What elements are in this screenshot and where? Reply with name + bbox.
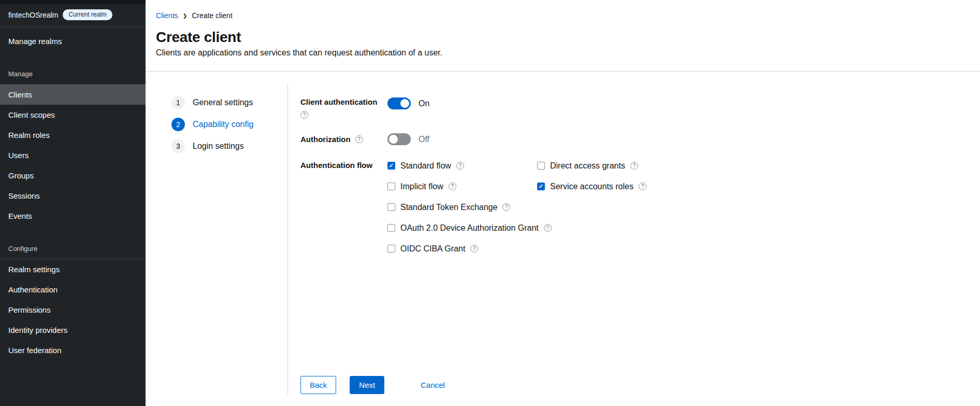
oidc-ciba-grant-checkbox[interactable] xyxy=(387,245,395,253)
authorization-label: Authorization xyxy=(300,135,351,144)
client-authentication-state: On xyxy=(419,99,429,108)
checkbox-row-oidc-ciba-grant: OIDC CIBA Grant ? xyxy=(387,243,552,255)
checkbox-row-standard-flow: ✓ Standard flow ? xyxy=(387,160,552,172)
direct-access-grants-checkbox[interactable] xyxy=(537,162,545,170)
sidebar-item-manage-realms[interactable]: Manage realms xyxy=(0,31,146,51)
client-authentication-label: Client authentication xyxy=(300,97,377,106)
wizard-nav: 1 General settings 2 Capability config 3… xyxy=(171,96,253,161)
sidebar-item-realm-settings[interactable]: Realm settings xyxy=(0,259,146,279)
checkbox-row-direct-access-grants: Direct access grants ? xyxy=(537,160,646,172)
help-icon[interactable]: ? xyxy=(300,111,308,119)
section-title-configure: Configure xyxy=(0,245,146,253)
standard-token-exchange-checkbox[interactable] xyxy=(387,203,395,211)
help-icon[interactable]: ? xyxy=(502,203,510,211)
step-number-badge: 2 xyxy=(171,118,185,131)
help-icon[interactable]: ? xyxy=(639,183,646,190)
breadcrumb-current: Create client xyxy=(192,11,233,20)
page-title: Create client xyxy=(156,29,241,46)
authorization-label-row: Authorization ? xyxy=(300,135,363,144)
sidebar-item-identity-providers[interactable]: Identity providers xyxy=(0,320,146,340)
sidebar-item-groups[interactable]: Groups xyxy=(0,165,146,186)
sidebar-section-manage: Manage Clients Client scopes Realm roles… xyxy=(0,70,146,226)
sidebar: fintechOSrealm Current realm Manage real… xyxy=(0,0,146,406)
service-accounts-roles-checkbox[interactable]: ✓ xyxy=(537,183,545,190)
sidebar-item-authentication[interactable]: Authentication xyxy=(0,279,146,300)
help-icon[interactable]: ? xyxy=(470,245,478,253)
step-number-badge: 1 xyxy=(171,96,185,109)
wizard-footer: Back Next Cancel xyxy=(300,376,447,394)
checkbox-label: OIDC CIBA Grant xyxy=(400,244,465,254)
wizard-step-login-settings[interactable]: 3 Login settings xyxy=(171,139,253,153)
help-icon[interactable]: ? xyxy=(544,224,552,232)
checkbox-label: Standard flow xyxy=(400,161,451,171)
oauth-device-grant-checkbox[interactable] xyxy=(387,224,395,232)
wizard-divider xyxy=(287,83,288,394)
authentication-flow-label: Authentication flow xyxy=(300,161,372,170)
step-label: Capability config xyxy=(193,120,253,129)
authorization-state: Off xyxy=(419,135,429,144)
step-label: Login settings xyxy=(193,142,244,151)
checkbox-row-standard-token-exchange: Standard Token Exchange ? xyxy=(387,201,552,213)
help-icon[interactable]: ? xyxy=(630,162,638,170)
checkbox-row-service-accounts-roles: ✓ Service accounts roles ? xyxy=(537,180,646,192)
app-root: fintechOSrealm Current realm Manage real… xyxy=(0,0,980,406)
toggle-knob xyxy=(389,135,398,144)
realm-name: fintechOSrealm xyxy=(8,11,58,19)
step-label: General settings xyxy=(193,98,253,107)
implicit-flow-checkbox[interactable] xyxy=(387,183,395,190)
sidebar-item-client-scopes[interactable]: Client scopes xyxy=(0,105,146,125)
breadcrumb: Clients ❯ Create client xyxy=(156,11,233,20)
wizard-step-capability-config[interactable]: 2 Capability config xyxy=(171,118,253,131)
sidebar-item-permissions[interactable]: Permissions xyxy=(0,300,146,320)
step-number-badge: 3 xyxy=(171,139,185,153)
back-button[interactable]: Back xyxy=(300,376,336,394)
sidebar-item-clients[interactable]: Clients xyxy=(0,85,146,105)
help-icon[interactable]: ? xyxy=(456,162,464,170)
next-button[interactable]: Next xyxy=(350,376,384,394)
authorization-toggle[interactable] xyxy=(387,133,411,145)
breadcrumb-chevron-icon: ❯ xyxy=(183,13,187,19)
help-icon[interactable]: ? xyxy=(449,183,456,190)
sidebar-section-configure: Configure Realm settings Authentication … xyxy=(0,245,146,360)
sidebar-item-user-federation[interactable]: User federation xyxy=(0,340,146,360)
toggle-knob xyxy=(400,99,409,108)
checkbox-label: Direct access grants xyxy=(550,161,625,171)
standard-flow-checkbox[interactable]: ✓ xyxy=(387,162,395,170)
checkbox-row-oauth-device-grant: OAuth 2.0 Device Authorization Grant ? xyxy=(387,222,552,234)
main-content: Clients ❯ Create client Create client Cl… xyxy=(146,0,980,406)
checkbox-label: OAuth 2.0 Device Authorization Grant xyxy=(400,223,539,233)
checkbox-label: Implicit flow xyxy=(400,182,443,191)
auth-flow-column-1: ✓ Standard flow ? Implicit flow ? Standa… xyxy=(387,160,552,263)
cancel-button[interactable]: Cancel xyxy=(419,376,447,394)
header-divider xyxy=(146,71,980,72)
checkbox-label: Service accounts roles xyxy=(550,182,633,191)
wizard-step-general-settings[interactable]: 1 General settings xyxy=(171,96,253,109)
breadcrumb-link-clients[interactable]: Clients xyxy=(156,11,178,20)
sidebar-item-users[interactable]: Users xyxy=(0,145,146,165)
checkbox-row-implicit-flow: Implicit flow ? xyxy=(387,180,552,192)
auth-flow-column-2: Direct access grants ? ✓ Service account… xyxy=(537,160,646,201)
sidebar-item-realm-roles[interactable]: Realm roles xyxy=(0,125,146,145)
sidebar-top-strip xyxy=(0,0,146,4)
sidebar-item-events[interactable]: Events xyxy=(0,206,146,226)
checkbox-label: Standard Token Exchange xyxy=(400,203,497,212)
realm-selector[interactable]: fintechOSrealm Current realm xyxy=(0,4,146,27)
help-icon[interactable]: ? xyxy=(355,135,363,143)
client-authentication-toggle[interactable] xyxy=(387,97,411,109)
sidebar-item-sessions[interactable]: Sessions xyxy=(0,186,146,206)
current-realm-badge: Current realm xyxy=(63,9,112,20)
page-subtitle: Clients are applications and services th… xyxy=(156,48,442,58)
section-title-manage: Manage xyxy=(0,70,146,78)
